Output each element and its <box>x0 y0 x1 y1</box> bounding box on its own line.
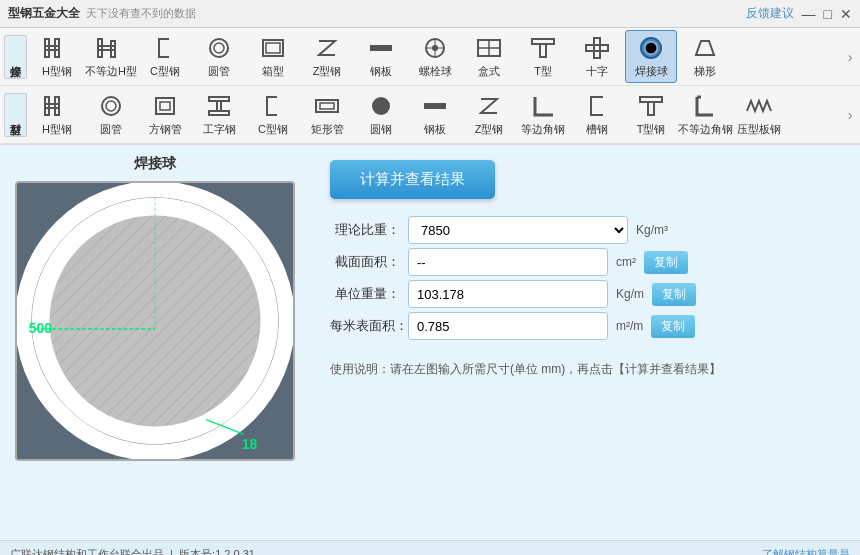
right-panel: 计算并查看结果 理论比重：7850Kg/m³截面面积：cm²复制单位重量：Kg/… <box>310 145 860 540</box>
weld-tool-box[interactable]: 箱型 <box>247 30 299 83</box>
weld-tool-hu[interactable]: 不等边H型 <box>85 30 137 83</box>
mat-tool-t[interactable]: T型钢 <box>625 88 677 141</box>
app-title: 型钢五金大全 <box>8 5 80 22</box>
diagram-panel: 焊接球 <box>0 145 310 540</box>
field-input-2[interactable] <box>408 280 608 308</box>
svg-rect-33 <box>217 101 221 111</box>
mat-tool-c[interactable]: C型钢 <box>247 88 299 141</box>
weld-tool-o[interactable]: 圆管 <box>193 30 245 83</box>
status-version: 版本号:1.2.0.31 <box>179 548 255 555</box>
material-toolbar-row: 型材 H型钢圆管方钢管工字钢C型钢矩形管圆钢钢板Z型钢等边角钢槽钢T型钢不等边角… <box>0 86 860 144</box>
close-button[interactable]: ✕ <box>840 6 852 22</box>
weld-icon-c <box>150 34 180 62</box>
material-label: 型材 <box>4 93 27 137</box>
weld-icon-flat <box>366 34 396 62</box>
field-unit-1: cm² <box>616 255 636 269</box>
field-unit-2: Kg/m <box>616 287 644 301</box>
feedback-link[interactable]: 反馈建议 <box>746 5 794 22</box>
weld-tool-trap[interactable]: 梯形 <box>679 30 731 83</box>
weld-tool-flat[interactable]: 钢板 <box>355 30 407 83</box>
toolbar: 焊接 H型钢不等边H型C型钢圆管箱型Z型钢钢板螺栓球盒式T型十字焊接球梯形 › … <box>0 28 860 145</box>
svg-rect-9 <box>266 43 280 53</box>
mat-tool-sq[interactable]: 方钢管 <box>139 88 191 141</box>
svg-rect-10 <box>370 45 392 51</box>
mat-icon-sq <box>150 92 180 120</box>
calc-button[interactable]: 计算并查看结果 <box>330 160 495 199</box>
mat-tool-z[interactable]: Z型钢 <box>463 88 515 141</box>
weld-icon-weld <box>636 34 666 62</box>
title-bar-right: 反馈建议 — □ ✕ <box>746 5 852 22</box>
svg-point-6 <box>210 39 228 57</box>
weld-tool-z[interactable]: Z型钢 <box>301 30 353 83</box>
maximize-button[interactable]: □ <box>824 6 832 22</box>
mat-tool-chan[interactable]: 槽钢 <box>571 88 623 141</box>
mat-tool-i[interactable]: 工字钢 <box>193 88 245 141</box>
mat-icon-uang <box>690 92 720 120</box>
app-subtitle: 天下没有查不到的数据 <box>86 6 196 21</box>
svg-rect-30 <box>160 102 170 110</box>
weld-arrow[interactable]: › <box>844 49 856 65</box>
mat-icon-rect <box>312 92 342 120</box>
field-unit-3: m²/m <box>616 319 643 333</box>
weld-tool-bolt[interactable]: 螺栓球 <box>409 30 461 83</box>
field-row-0: 理论比重：7850Kg/m³ <box>330 216 840 244</box>
svg-rect-21 <box>594 38 600 58</box>
weld-tool-c[interactable]: C型钢 <box>139 30 191 83</box>
diagram-box: 500 18 <box>15 181 295 461</box>
svg-rect-29 <box>156 98 174 114</box>
weld-tool-weld[interactable]: 焊接球 <box>625 30 677 83</box>
field-input-1[interactable] <box>408 248 608 276</box>
weld-tool-h[interactable]: H型钢 <box>31 30 83 83</box>
field-row-3: 每米表面积：m²/m复制 <box>330 312 840 340</box>
mat-tool-o[interactable]: 圆管 <box>85 88 137 141</box>
svg-rect-37 <box>424 103 446 109</box>
copy-button-3[interactable]: 复制 <box>651 315 695 338</box>
mat-tool-h[interactable]: H型钢 <box>31 88 83 141</box>
title-bar: 型钢五金大全 天下没有查不到的数据 反馈建议 — □ ✕ <box>0 0 860 28</box>
weld-tool-t[interactable]: T型 <box>517 30 569 83</box>
weld-label: 焊接 <box>4 35 27 79</box>
weld-icon-box2 <box>474 34 504 62</box>
mat-tool-rect[interactable]: 矩形管 <box>301 88 353 141</box>
svg-rect-2 <box>45 46 59 50</box>
svg-rect-35 <box>320 103 334 109</box>
mat-tool-uang[interactable]: 不等边角钢 <box>679 88 731 141</box>
weld-tool-box2[interactable]: 盒式 <box>463 30 515 83</box>
mat-icon-t <box>636 92 666 120</box>
svg-rect-39 <box>648 102 654 115</box>
weld-icon-t <box>528 34 558 62</box>
mat-icon-chan <box>582 92 612 120</box>
weld-icon-z <box>312 34 342 62</box>
mat-tool-press[interactable]: 压型板钢 <box>733 88 785 141</box>
field-row-2: 单位重量：Kg/m复制 <box>330 280 840 308</box>
mat-tool-ang[interactable]: 等边角钢 <box>517 88 569 141</box>
weld-icon-h <box>42 34 72 62</box>
svg-point-7 <box>214 43 224 53</box>
diagram-title: 焊接球 <box>134 155 176 173</box>
field-label-2: 单位重量： <box>330 285 400 303</box>
field-input-3[interactable] <box>408 312 608 340</box>
title-bar-left: 型钢五金大全 天下没有查不到的数据 <box>8 5 196 22</box>
weld-icon-trap <box>690 34 720 62</box>
svg-rect-5 <box>98 46 115 50</box>
material-arrow[interactable]: › <box>844 107 856 123</box>
mat-tool-flat[interactable]: 钢板 <box>409 88 461 141</box>
field-rows: 理论比重：7850Kg/m³截面面积：cm²复制单位重量：Kg/m复制每米表面积… <box>330 216 840 344</box>
status-bar: 广联达钢结构和工作台联合出品 | 版本号:1.2.0.31 了解钢结构算量是 <box>0 540 860 555</box>
copy-button-2[interactable]: 复制 <box>652 283 696 306</box>
minimize-button[interactable]: — <box>802 6 816 22</box>
status-left: 广联达钢结构和工作台联合出品 | 版本号:1.2.0.31 <box>10 547 255 555</box>
status-right[interactable]: 了解钢结构算量是 <box>762 547 850 555</box>
weld-tool-cross[interactable]: 十字 <box>571 30 623 83</box>
mat-icon-flat <box>420 92 450 120</box>
status-company: 广联达钢结构和工作台联合出品 <box>10 548 164 555</box>
weld-icon-o <box>204 34 234 62</box>
mat-tool-circ[interactable]: 圆钢 <box>355 88 407 141</box>
field-input-0[interactable]: 7850 <box>408 216 628 244</box>
field-unit-0: Kg/m³ <box>636 223 668 237</box>
weld-icon-box <box>258 34 288 62</box>
field-row-1: 截面面积：cm²复制 <box>330 248 840 276</box>
copy-button-1[interactable]: 复制 <box>644 251 688 274</box>
mat-icon-i <box>204 92 234 120</box>
svg-point-27 <box>102 97 120 115</box>
